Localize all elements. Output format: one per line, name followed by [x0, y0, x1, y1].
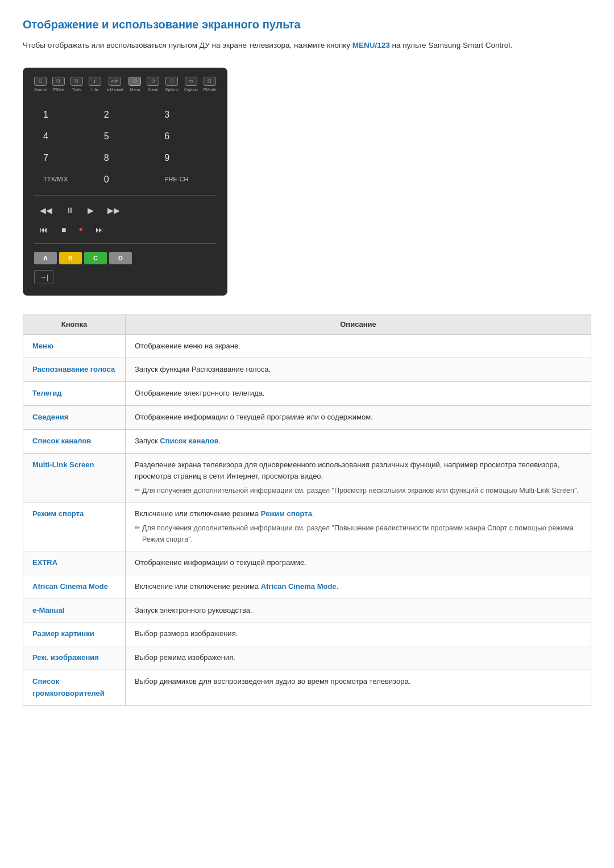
remote-options-btn[interactable]: ⊙ Options: [165, 77, 179, 92]
remote-key-7[interactable]: 7: [34, 147, 95, 169]
table-row: Реж. изображения Выбор режима изображени…: [23, 646, 591, 670]
remote-key-ttxmix[interactable]: TTX/MIX: [34, 169, 95, 190]
remote-key-4[interactable]: 4: [34, 126, 95, 147]
remote-prev-btn[interactable]: ⏮: [34, 223, 53, 236]
key-african-cinema: African Cinema Mode: [23, 575, 126, 599]
key-multilink: Multi-Link Screen: [23, 453, 126, 502]
remote-key-prech[interactable]: PRE-CH: [155, 169, 216, 190]
remote-alarm-btn[interactable]: ⊙ Alarm: [147, 77, 159, 92]
remote-btn-b[interactable]: B: [59, 252, 82, 264]
desc-channel-list: Запуск Список каналов.: [126, 429, 591, 453]
remote-number-grid: 1 2 3 4 5 6 7 8 9 TTX/MIX 0 PRE-CH: [34, 104, 216, 190]
remote-menu-btn[interactable]: ⊞ Menu: [128, 77, 141, 92]
key-menu: Меню: [23, 334, 126, 358]
desc-extra: Отображение информации о текущей програм…: [126, 551, 591, 575]
key-emanual: e-Manual: [23, 599, 126, 622]
table-row: EXTRA Отображение информации о текущей п…: [23, 551, 591, 575]
channel-list-link[interactable]: Список каналов: [160, 437, 218, 445]
remote-rewind-btn[interactable]: ◀◀: [34, 203, 58, 217]
remote-arrow-row: →|: [34, 268, 216, 286]
remote-key-2[interactable]: 2: [95, 104, 156, 126]
remote-color-row: A B C D: [34, 248, 216, 268]
remote-pause-btn[interactable]: ⏸: [60, 203, 80, 217]
intro-text-after: на пульте Samsung Smart Control.: [390, 41, 512, 49]
remote-btn-d[interactable]: D: [109, 252, 132, 264]
key-channel-list: Список каналов: [23, 429, 126, 453]
remote-control: ⊡ Source ⊡ PSize ⊡ Tools i Info e-M e-Ma…: [23, 68, 227, 296]
button-description-table: Кнопка Описание Меню Отображение меню на…: [23, 314, 591, 706]
key-voice: Распознавание голоса: [23, 358, 126, 382]
key-picture-size: Размер картинки: [23, 622, 126, 646]
remote-transport-row1: ◀◀ ⏸ ▶ ▶▶: [34, 200, 216, 221]
remote-transport-row2: ⏮ ■ ● ⏭: [34, 221, 216, 239]
note-icon-sports: ✏: [135, 523, 140, 533]
table-row: Меню Отображение меню на экране.: [23, 334, 591, 358]
intro-paragraph: Чтобы отображать или воспользоваться пул…: [23, 39, 591, 52]
remote-key-5[interactable]: 5: [95, 126, 156, 147]
remote-btn-c[interactable]: C: [84, 252, 107, 264]
key-extra: EXTRA: [23, 551, 126, 575]
key-sports: Режим спорта: [23, 502, 126, 551]
remote-psize-btn[interactable]: ⊡ PSize: [52, 77, 65, 92]
table-row: Сведения Отображение информации о текуще…: [23, 405, 591, 429]
remote-key-3[interactable]: 3: [155, 104, 216, 126]
table-row: African Cinema Mode Включение или отключ…: [23, 575, 591, 599]
remote-play-btn[interactable]: ▶: [82, 203, 99, 217]
remote-key-9[interactable]: 9: [155, 147, 216, 169]
desc-voice: Запуск функции Распознавание голоса.: [126, 358, 591, 382]
desc-info: Отображение информации о текущей програм…: [126, 405, 591, 429]
desc-speaker-list: Выбор динамиков для воспроизведения ауди…: [126, 670, 591, 705]
remote-emanual-btn[interactable]: e-M e-Manual: [106, 77, 123, 92]
desc-sports: Включение или отключение режима Режим сп…: [126, 502, 591, 551]
table-row: Режим спорта Включение или отключение ре…: [23, 502, 591, 551]
remote-btn-a[interactable]: A: [34, 252, 57, 264]
remote-key-8[interactable]: 8: [95, 147, 156, 169]
table-header-button: Кнопка: [23, 314, 126, 334]
remote-source-btn[interactable]: ⊡ Source: [34, 77, 47, 92]
remote-rec-btn[interactable]: ●: [74, 223, 87, 236]
remote-caption-btn[interactable]: ▭ Caption: [184, 77, 198, 92]
remote-container: ⊡ Source ⊡ PSize ⊡ Tools i Info e-M e-Ma…: [23, 68, 591, 296]
table-row: Multi-Link Screen Разделение экрана теле…: [23, 453, 591, 502]
desc-picture-mode: Выбор режима изображения.: [126, 646, 591, 670]
remote-next-btn[interactable]: ⏭: [90, 223, 109, 236]
desc-multilink: Разделение экрана телевизора для одновре…: [126, 453, 591, 502]
african-cinema-link[interactable]: African Cinema Mode: [261, 582, 337, 591]
table-header-description: Описание: [126, 314, 591, 334]
table-row: Размер картинки Выбор размера изображени…: [23, 622, 591, 646]
page-title: Отображение и использование экранного пу…: [23, 18, 591, 31]
desc-african-cinema: Включение или отключение режима African …: [126, 575, 591, 599]
table-row: Распознавание голоса Запуск функции Расп…: [23, 358, 591, 382]
note-icon: ✏: [135, 485, 140, 496]
remote-arrow-btn[interactable]: →|: [34, 270, 53, 284]
desc-guide: Отображение электронного телегида.: [126, 382, 591, 406]
remote-top-row: ⊡ Source ⊡ PSize ⊡ Tools i Info e-M e-Ma…: [34, 77, 216, 96]
table-row: Телегид Отображение электронного телегид…: [23, 382, 591, 406]
key-speaker-list: Списокгромкоговорителей: [23, 670, 126, 705]
remote-pmode-btn[interactable]: ⊡ PMode: [204, 77, 216, 92]
table-row: Список каналов Запуск Список каналов.: [23, 429, 591, 453]
key-picture-mode: Реж. изображения: [23, 646, 126, 670]
remote-key-1[interactable]: 1: [34, 104, 95, 126]
remote-key-6[interactable]: 6: [155, 126, 216, 147]
remote-info-btn[interactable]: i Info: [89, 77, 101, 92]
intro-highlight: MENU/123: [352, 41, 390, 49]
table-row: e-Manual Запуск электронного руководства…: [23, 599, 591, 622]
desc-menu: Отображение меню на экране.: [126, 334, 591, 358]
remote-stop-btn[interactable]: ■: [56, 223, 72, 236]
table-row: Списокгромкоговорителей Выбор динамиков …: [23, 670, 591, 705]
key-info: Сведения: [23, 405, 126, 429]
intro-text-before: Чтобы отображать или воспользоваться пул…: [23, 41, 352, 49]
key-guide: Телегид: [23, 382, 126, 406]
desc-emanual: Запуск электронного руководства.: [126, 599, 591, 622]
remote-key-0[interactable]: 0: [95, 169, 156, 190]
desc-picture-size: Выбор размера изображения.: [126, 622, 591, 646]
sports-link[interactable]: Режим спорта: [261, 509, 312, 518]
note-text-sports: Для получения дополнительной информации …: [142, 522, 582, 545]
remote-ffwd-btn[interactable]: ▶▶: [102, 203, 126, 217]
note-text-multilink: Для получения дополнительной информации …: [142, 485, 579, 496]
remote-tools-btn[interactable]: ⊡ Tools: [70, 77, 83, 92]
